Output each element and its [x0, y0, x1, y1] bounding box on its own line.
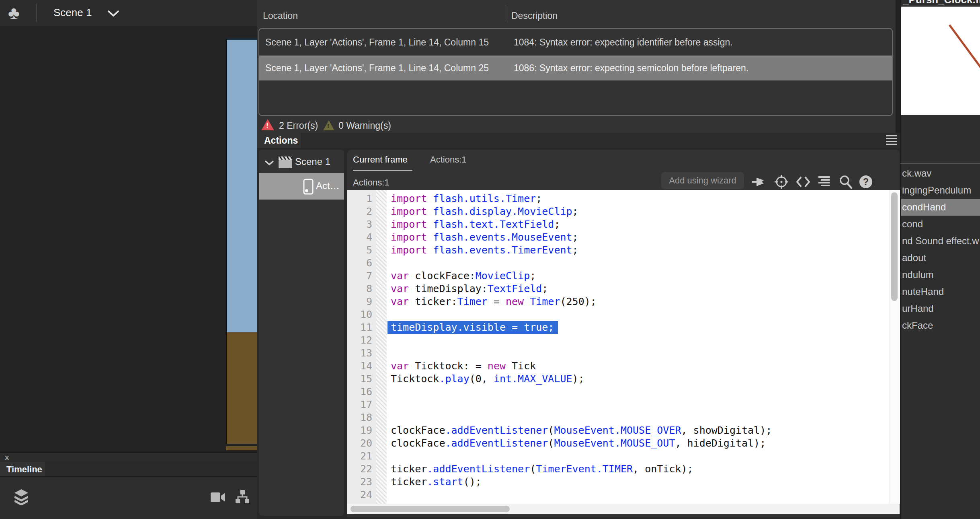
line-number: 21 — [347, 450, 372, 463]
club-symbol-icon: ♣ — [8, 2, 20, 23]
code-text: clockFace.addEventListener(MouseEvent.MO… — [391, 437, 766, 450]
error-location: Scene 1, Layer 'Actions', Frame 1, Line … — [265, 63, 489, 74]
active-tab-underline — [353, 170, 412, 171]
code-text: import flash.utils.Timer; — [391, 192, 542, 205]
code-text: clockFace.addEventListener(MouseEvent.MO… — [391, 424, 772, 437]
stage-sky-shape[interactable] — [226, 38, 257, 332]
line-number: 14 — [347, 360, 372, 373]
script-navigator — [259, 150, 344, 516]
camera-icon[interactable] — [211, 492, 225, 503]
pendulum-preview-graphic — [901, 7, 980, 115]
toolbar-divider — [36, 4, 37, 22]
library-item[interactable]: ingingPendulum — [901, 182, 980, 199]
code-line[interactable]: 12 — [347, 334, 890, 347]
error-list: Scene 1, Layer 'Actions', Frame 1, Line … — [258, 28, 893, 116]
line-number: 8 — [347, 282, 372, 295]
library-item[interactable]: ndulum — [901, 266, 980, 283]
add-using-wizard-button[interactable]: Add using wizard — [661, 172, 744, 189]
code-line[interactable]: 8var timeDisplay:TextField; — [347, 282, 890, 295]
tab-current-frame[interactable]: Current frame — [353, 154, 408, 165]
search-icon[interactable] — [839, 175, 853, 189]
library-document-title[interactable]: _Pursh_Clock.fla — [901, 0, 980, 6]
stage-ground-shape[interactable] — [226, 332, 257, 444]
code-line[interactable]: 15Ticktock.play(0, int.MAX_VALUE); — [347, 373, 890, 385]
code-line[interactable]: 22ticker.addEventListener(TimerEvent.TIM… — [347, 463, 890, 476]
code-line[interactable]: 5import flash.events.TimerEvent; — [347, 244, 890, 257]
library-item[interactable]: ck.wav — [901, 165, 980, 182]
code-line[interactable]: 19clockFace.addEventListener(MouseEvent.… — [347, 424, 890, 437]
code-line[interactable]: 1import flash.utils.Timer; — [347, 192, 890, 205]
line-number: 16 — [347, 385, 372, 398]
stage-pasteboard[interactable] — [0, 26, 257, 451]
code-line[interactable]: 3import flash.text.TextField; — [347, 218, 890, 231]
column-header-location[interactable]: Location — [263, 10, 298, 21]
line-number: 4 — [347, 231, 372, 244]
script-document-icon — [303, 179, 314, 195]
code-line[interactable]: 18 — [347, 411, 890, 424]
column-header-description[interactable]: Description — [511, 10, 558, 21]
code-line[interactable]: 6 — [347, 257, 890, 270]
chevron-down-icon[interactable] — [107, 10, 120, 18]
clapperboard-icon — [278, 156, 293, 169]
code-text: import flash.events.MouseEvent; — [391, 231, 578, 244]
code-line[interactable]: 16 — [347, 385, 890, 398]
warning-count: 0 Warning(s) — [338, 120, 391, 131]
code-line[interactable]: 11timeDisplay.visible = true; — [347, 321, 890, 334]
code-text: ticker.addEventListener(TimerEvent.TIMER… — [391, 463, 693, 476]
code-line[interactable]: 23ticker.start(); — [347, 476, 890, 488]
timeline-tab-label: Timeline — [6, 464, 42, 475]
pin-script-icon[interactable] — [751, 175, 765, 189]
application-window: ♣ Scene 1 x Timeline — [0, 0, 980, 519]
library-item[interactable]: adout — [901, 249, 980, 266]
code-line[interactable]: 24 — [347, 488, 890, 501]
code-line[interactable]: 17 — [347, 398, 890, 411]
library-item[interactable]: urHand — [901, 300, 980, 317]
line-number: 13 — [347, 347, 372, 360]
line-number: 24 — [347, 488, 372, 501]
code-text: var Ticktock: = new Tick — [391, 360, 536, 373]
compiler-error-row[interactable]: Scene 1, Layer 'Actions', Frame 1, Line … — [259, 29, 892, 56]
horizontal-scrollbar-thumb[interactable] — [351, 506, 510, 512]
scene-breadcrumb[interactable]: Scene 1 — [53, 6, 92, 19]
line-number: 5 — [347, 244, 372, 257]
error-description: 1086: Syntax error: expecting semicolon … — [514, 63, 748, 74]
library-item[interactable]: cond — [901, 216, 980, 233]
line-number: 18 — [347, 411, 372, 424]
insert-target-path-icon[interactable] — [774, 175, 789, 189]
help-icon[interactable]: ? — [859, 175, 873, 189]
vertical-scrollbar-thumb[interactable] — [891, 192, 898, 301]
panel-menu-icon[interactable] — [886, 135, 897, 145]
code-text: var clockFace:MovieClip; — [391, 270, 536, 282]
code-editor[interactable]: 1import flash.utils.Timer;2import flash.… — [347, 190, 890, 504]
library-item[interactable]: ckFace — [901, 317, 980, 334]
line-number: 6 — [347, 257, 372, 270]
line-number: 11 — [347, 321, 372, 334]
code-line[interactable]: 4import flash.events.MouseEvent; — [347, 231, 890, 244]
library-item[interactable]: condHand — [901, 199, 980, 216]
code-line[interactable]: 13 — [347, 347, 890, 360]
error-description: 1084: Syntax error: expecting identifier… — [514, 37, 733, 48]
code-line[interactable]: 7var clockFace:MovieClip; — [347, 270, 890, 282]
column-divider[interactable] — [505, 5, 505, 22]
code-line[interactable]: 21 — [347, 450, 890, 463]
code-line[interactable]: 20clockFace.addEventListener(MouseEvent.… — [347, 437, 890, 450]
code-line[interactable]: 2import flash.display.MovieClip; — [347, 205, 890, 218]
compiler-error-row[interactable]: Scene 1, Layer 'Actions', Frame 1, Line … — [259, 56, 892, 80]
library-item[interactable]: nuteHand — [901, 283, 980, 300]
line-number: 12 — [347, 334, 372, 347]
panel-bottom-edge — [347, 514, 900, 517]
auto-format-icon[interactable] — [817, 175, 831, 189]
tab-actions-1[interactable]: Actions:1 — [430, 154, 467, 165]
code-snippets-icon[interactable] — [796, 175, 810, 189]
error-count: 2 Error(s) — [279, 120, 318, 131]
library-item[interactable]: nd Sound effect.w — [901, 233, 980, 249]
hierarchy-icon[interactable] — [236, 490, 249, 504]
code-line[interactable]: 9var ticker:Timer = new Timer(250); — [347, 295, 890, 308]
line-number: 10 — [347, 308, 372, 321]
close-icon[interactable]: x — [5, 453, 9, 462]
code-line[interactable]: 14var Ticktock: = new Tick — [347, 360, 890, 373]
layers-icon[interactable] — [14, 489, 28, 505]
code-text: var timeDisplay:TextField; — [391, 282, 548, 295]
code-line[interactable]: 10 — [347, 308, 890, 321]
chevron-down-icon[interactable] — [264, 160, 274, 166]
